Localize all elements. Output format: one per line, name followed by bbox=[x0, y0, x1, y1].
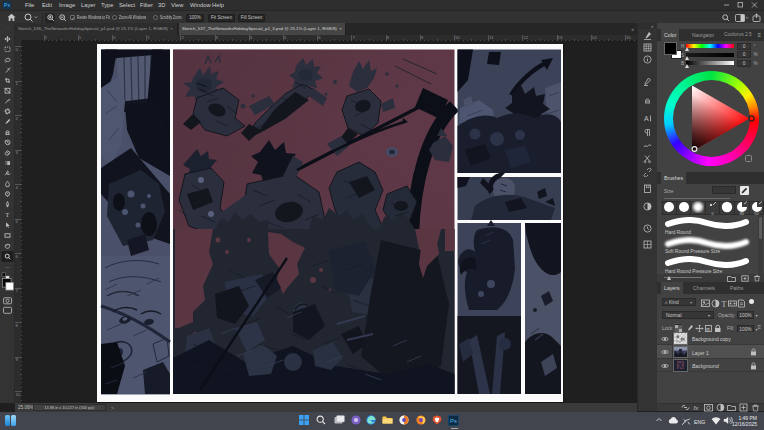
svg-text:A: A bbox=[644, 115, 649, 122]
svg-text:T: T bbox=[6, 211, 10, 218]
svg-text:···: ··· bbox=[5, 264, 10, 270]
svg-text:fx: fx bbox=[694, 405, 700, 411]
svg-text:T: T bbox=[722, 299, 727, 308]
